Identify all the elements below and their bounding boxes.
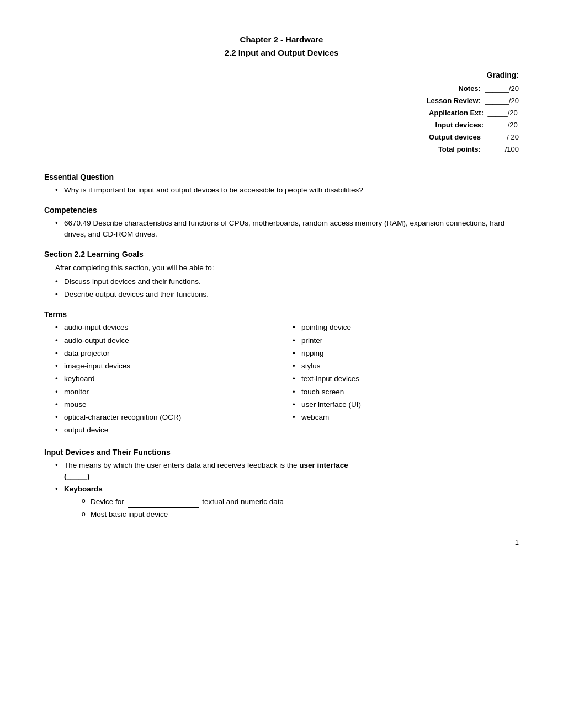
grading-section: Grading: Notes: ______/20 Lesson Review:… (44, 71, 519, 156)
sub1-suffix: textual and numeric data (200, 497, 284, 506)
page-number: 1 (515, 538, 519, 547)
term-ocr: optical-character recognition (OCR) (55, 412, 282, 423)
ui-paren: (_____) (64, 472, 90, 480)
essential-question-item: Why is it important for input and output… (55, 185, 519, 196)
essential-question-list: Why is it important for input and output… (44, 185, 519, 196)
app-value: _____/20 (486, 107, 519, 119)
learning-goals-section: Section 2.2 Learning Goals After complet… (44, 250, 519, 300)
terms-left-col: audio-input devices audio-output device … (44, 322, 282, 437)
input-devices-title: Input Devices and Their Functions (44, 448, 519, 457)
notes-label: Notes: (458, 83, 480, 95)
sub1-blank (128, 496, 199, 507)
essential-question-title: Essential Question (44, 173, 519, 181)
ui-bold: user interface (299, 461, 348, 469)
term-text-input: text-input devices (293, 373, 519, 384)
grading-row-notes: Notes: ______/20 (427, 83, 519, 95)
keyboards-sub2: Most basic input device (81, 509, 519, 520)
terms-section: Terms audio-input devices audio-output d… (44, 310, 519, 437)
lesson-value: ______/20 (483, 95, 519, 107)
input-devices-label: Input devices: (435, 119, 484, 131)
header: Chapter 2 - Hardware 2.2 Input and Outpu… (44, 33, 519, 60)
terms-right-col: pointing device printer ripping stylus t… (282, 322, 519, 437)
keyboards-item: Keyboards Device for textual and numeric… (55, 484, 519, 520)
notes-value: ______/20 (483, 83, 519, 95)
learning-goal-2: Describe output devices and their functi… (55, 289, 519, 300)
terms-right-list: pointing device printer ripping stylus t… (282, 322, 519, 423)
term-ripping: ripping (293, 348, 519, 359)
total-points-value: _____/100 (483, 143, 519, 156)
term-pointing-device: pointing device (293, 322, 519, 333)
grading-row-lesson: Lesson Review: ______/20 (427, 95, 519, 107)
term-webcam: webcam (293, 412, 519, 423)
grading-row-total: Total points: _____/100 (427, 143, 519, 156)
input-devices-value: _____/20 (486, 119, 519, 131)
term-keyboard: keyboard (55, 373, 282, 384)
competencies-item: 6670.49 Describe characteristics and fun… (55, 218, 519, 240)
chapter-title: Chapter 2 - Hardware (44, 33, 519, 46)
input-devices-list: The means by which the user enters data … (44, 460, 519, 520)
competencies-section: Competencies 6670.49 Describe characteri… (44, 206, 519, 240)
learning-goals-list: Discuss input devices and their function… (44, 276, 519, 301)
output-devices-value: _____ / 20 (483, 131, 519, 143)
sub1-prefix: Device for (91, 497, 126, 506)
grading-label: Grading: (44, 71, 519, 79)
user-interface-item: The means by which the user enters data … (55, 460, 519, 483)
term-audio-input: audio-input devices (55, 322, 282, 333)
term-touch-screen: touch screen (293, 387, 519, 398)
term-user-interface: user interface (UI) (293, 399, 519, 410)
output-devices-label: Output devices (429, 131, 481, 143)
input-devices-section: Input Devices and Their Functions The me… (44, 448, 519, 520)
essential-question-section: Essential Question Why is it important f… (44, 173, 519, 196)
keyboards-sublist: Device for textual and numeric data Most… (64, 496, 519, 520)
learning-goals-intro: After completing this section, you will … (44, 262, 519, 274)
grading-row-output: Output devices _____ / 20 (427, 131, 519, 143)
lesson-label: Lesson Review: (427, 95, 481, 107)
terms-left-list: audio-input devices audio-output device … (44, 322, 282, 436)
term-monitor: monitor (55, 387, 282, 398)
terms-title: Terms (44, 310, 519, 319)
term-stylus: stylus (293, 361, 519, 372)
app-label: Application Ext: (429, 107, 484, 119)
term-audio-output: audio-output device (55, 335, 282, 346)
total-points-label: Total points: (438, 143, 481, 156)
grading-table: Notes: ______/20 Lesson Review: ______/2… (427, 83, 519, 156)
term-image-input: image-input devices (55, 361, 282, 372)
learning-goal-1: Discuss input devices and their function… (55, 276, 519, 287)
grading-row-input: Input devices: _____/20 (427, 119, 519, 131)
page: Chapter 2 - Hardware 2.2 Input and Outpu… (44, 0, 519, 563)
ui-prefix: The means by which the user enters data … (64, 461, 299, 469)
section-title-header: 2.2 Input and Output Devices (44, 46, 519, 60)
term-output-device: output device (55, 425, 282, 436)
term-mouse: mouse (55, 399, 282, 410)
header-title: Chapter 2 - Hardware 2.2 Input and Outpu… (44, 33, 519, 60)
keyboards-label: Keyboards (64, 485, 103, 493)
term-printer: printer (293, 335, 519, 346)
learning-goals-title: Section 2.2 Learning Goals (44, 250, 519, 259)
term-data-projector: data projector (55, 348, 282, 359)
competencies-list: 6670.49 Describe characteristics and fun… (44, 218, 519, 240)
competencies-title: Competencies (44, 206, 519, 215)
terms-container: audio-input devices audio-output device … (44, 322, 519, 437)
keyboards-sub1: Device for textual and numeric data (81, 496, 519, 507)
grading-row-app: Application Ext: _____/20 (427, 107, 519, 119)
